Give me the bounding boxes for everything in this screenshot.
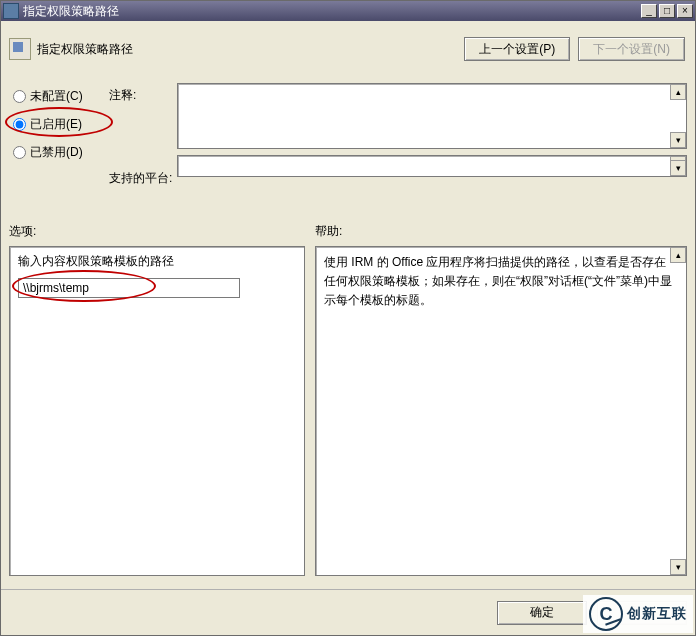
radio-not-configured-label: 未配置(C) <box>30 88 83 105</box>
radio-disabled-input[interactable] <box>13 146 26 159</box>
header-icon <box>9 38 31 60</box>
help-text: 使用 IRM 的 Office 应用程序将扫描提供的路径，以查看是否存在任何权限… <box>324 253 678 311</box>
close-button[interactable]: × <box>677 4 693 18</box>
help-panel: 使用 IRM 的 Office 应用程序将扫描提供的路径，以查看是否存在任何权限… <box>315 246 687 576</box>
panels: 输入内容权限策略模板的路径 使用 IRM 的 Office 应用程序将扫描提供的… <box>9 246 687 576</box>
window-title: 指定权限策略路径 <box>23 3 639 20</box>
titlebar-buttons: _ □ × <box>639 4 693 18</box>
scroll-up-icon[interactable]: ▴ <box>670 247 686 263</box>
comment-textarea[interactable]: ▴ ▾ <box>177 83 687 149</box>
header-row: 指定权限策略路径 上一个设置(P) 下一个设置(N) <box>9 29 687 69</box>
options-label: 选项: <box>9 223 315 240</box>
watermark-text: 创新互联 <box>627 605 687 623</box>
platforms-label: 支持的平台: <box>109 170 177 187</box>
radio-enabled-label: 已启用(E) <box>30 116 82 133</box>
radio-disabled-label: 已禁用(D) <box>30 144 83 161</box>
radio-enabled-input[interactable] <box>13 118 26 131</box>
radio-disabled[interactable]: 已禁用(D) <box>13 139 109 165</box>
header-title: 指定权限策略路径 <box>37 41 464 58</box>
watermark: C 创新互联 <box>583 595 693 633</box>
minimize-button[interactable]: _ <box>641 4 657 18</box>
platforms-textarea[interactable]: ▴ ▾ <box>177 155 687 177</box>
path-input[interactable] <box>18 278 240 298</box>
radio-not-configured-input[interactable] <box>13 90 26 103</box>
titlebar[interactable]: 指定权限策略路径 _ □ × <box>1 1 695 21</box>
path-input-wrap <box>18 278 240 298</box>
scroll-down-icon[interactable]: ▾ <box>670 132 686 148</box>
radio-not-configured[interactable]: 未配置(C) <box>13 83 109 109</box>
path-input-label: 输入内容权限策略模板的路径 <box>18 253 296 270</box>
scroll-up-icon[interactable]: ▴ <box>670 84 686 100</box>
app-icon <box>3 3 19 19</box>
nav-buttons: 上一个设置(P) 下一个设置(N) <box>464 37 685 61</box>
config-row: 未配置(C) 已启用(E) 已禁用(D) 注释: 支持的平台: <box>9 83 687 187</box>
section-labels: 选项: 帮助: <box>9 223 687 240</box>
dialog-window: 指定权限策略路径 _ □ × 指定权限策略路径 上一个设置(P) 下一个设置(N… <box>0 0 696 636</box>
watermark-logo-icon: C <box>589 597 623 631</box>
prev-setting-button[interactable]: 上一个设置(P) <box>464 37 570 61</box>
radio-column: 未配置(C) 已启用(E) 已禁用(D) <box>9 83 109 187</box>
client-area: 指定权限策略路径 上一个设置(P) 下一个设置(N) 未配置(C) 已启用(E) <box>1 21 695 635</box>
maximize-button[interactable]: □ <box>659 4 675 18</box>
scroll-down-icon[interactable]: ▾ <box>670 160 686 176</box>
ok-button[interactable]: 确定 <box>497 601 587 625</box>
field-column: ▴ ▾ ▴ ▾ <box>177 83 687 187</box>
next-setting-button: 下一个设置(N) <box>578 37 685 61</box>
help-label: 帮助: <box>315 223 342 240</box>
options-panel: 输入内容权限策略模板的路径 <box>9 246 305 576</box>
comment-label: 注释: <box>109 87 177 104</box>
radio-enabled[interactable]: 已启用(E) <box>13 111 109 137</box>
label-column: 注释: 支持的平台: <box>109 83 177 187</box>
scroll-down-icon[interactable]: ▾ <box>670 559 686 575</box>
